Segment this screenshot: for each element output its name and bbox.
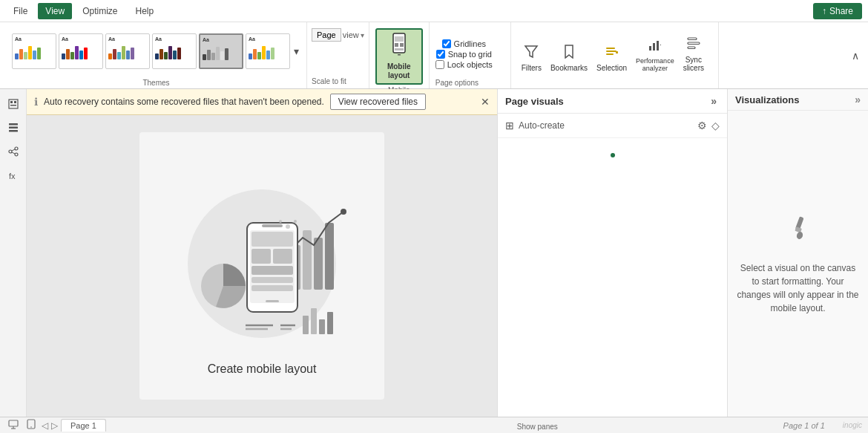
page-options-label: Page options — [435, 77, 479, 87]
filter-icon[interactable]: ⚙ — [697, 120, 707, 131]
sidebar-icon-dax[interactable]: fx — [3, 165, 24, 186]
svg-rect-43 — [251, 266, 293, 275]
svg-rect-35 — [325, 223, 334, 290]
page-visual-dot — [611, 153, 615, 157]
svg-rect-49 — [311, 308, 317, 334]
filters-icon — [524, 44, 539, 62]
svg-rect-20 — [14, 101, 16, 103]
clear-icon[interactable]: ◇ — [711, 120, 720, 131]
auto-create-row: ⊞ Auto-create ⚙ ◇ — [498, 114, 727, 138]
show-panes-group: Filters Bookmarks Selection — [511, 22, 719, 88]
svg-marker-6 — [525, 46, 537, 57]
page-1-tab[interactable]: Page 1 — [61, 419, 106, 432]
tab-help[interactable]: Help — [128, 3, 161, 19]
page-view-btn[interactable]: Page — [312, 28, 341, 42]
page-visuals-expand-button[interactable]: » — [708, 94, 720, 108]
auto-create-label[interactable]: Auto-create — [519, 120, 565, 131]
svg-rect-34 — [314, 238, 323, 290]
selection-icon — [605, 44, 619, 62]
paint-brush-icon — [783, 213, 813, 254]
svg-rect-3 — [400, 43, 404, 47]
sync-slicers-button[interactable]: Syncslicers — [679, 33, 708, 75]
svg-point-53 — [294, 220, 297, 223]
performance-analyzer-button[interactable]: Performanceanalyzer — [631, 34, 679, 75]
themes-group: Aa Aa — [6, 22, 307, 88]
ribbon: Aa Aa — [0, 22, 868, 89]
filters-button[interactable]: Filters — [517, 41, 546, 75]
snap-to-grid-checkbox[interactable] — [436, 50, 445, 59]
svg-rect-8 — [606, 51, 617, 52]
themes-dropdown-button[interactable]: ▾ — [292, 44, 300, 59]
visualizations-title: Visualizations — [735, 94, 799, 105]
theme-4[interactable]: Aa — [152, 33, 197, 69]
svg-rect-15 — [688, 38, 697, 40]
gridlines-option[interactable]: Gridlines — [442, 39, 486, 48]
svg-rect-13 — [657, 41, 659, 51]
sidebar-icon-report[interactable] — [3, 94, 24, 114]
tab-optimize[interactable]: Optimize — [75, 3, 125, 19]
selection-button[interactable]: Selection — [592, 41, 631, 75]
bookmarks-button[interactable]: Bookmarks — [546, 41, 592, 75]
sync-slicers-icon — [686, 36, 701, 54]
svg-rect-24 — [9, 130, 18, 132]
theme-6[interactable]: Aa — [246, 33, 290, 69]
sidebar-icon-data[interactable] — [3, 117, 24, 138]
canvas-content: Create mobile layout — [139, 115, 384, 417]
svg-rect-17 — [688, 47, 695, 49]
page-nav-prev[interactable]: ◁ — [42, 420, 48, 431]
visualizations-expand-button[interactable]: » — [855, 94, 861, 105]
share-button[interactable]: ↑ Share — [813, 3, 862, 19]
themes-row: Aa Aa — [12, 25, 300, 77]
auto-create-icon: ⊞ — [505, 120, 514, 131]
theme-1[interactable]: Aa — [12, 33, 56, 69]
page-nav-next[interactable]: ▷ — [51, 420, 58, 431]
svg-rect-9 — [606, 53, 614, 55]
svg-point-26 — [15, 147, 18, 150]
page-view-control[interactable]: Page view ▾ — [312, 28, 364, 42]
bookmarks-icon — [562, 44, 576, 62]
svg-rect-62 — [9, 420, 18, 426]
tablet-view-button[interactable] — [24, 418, 39, 432]
sidebar-left: fx — [0, 89, 27, 417]
snap-to-grid-option[interactable]: Snap to grid — [436, 50, 492, 59]
brand-label: inogic — [843, 421, 862, 429]
svg-rect-11 — [649, 46, 651, 51]
themes-label: Themes — [142, 77, 169, 87]
ribbon-collapse-button[interactable]: ∧ — [852, 22, 862, 88]
svg-rect-42 — [273, 249, 292, 264]
theme-5[interactable]: Aa — [199, 33, 243, 69]
svg-rect-41 — [251, 249, 271, 264]
page-options-group: Gridlines Snap to grid Lock objects Page… — [430, 22, 511, 88]
canvas-area: ℹ Auto recovery contains some recovered … — [27, 89, 497, 417]
svg-rect-51 — [327, 312, 333, 334]
sidebar-icon-model[interactable] — [3, 141, 24, 162]
desktop-view-button[interactable] — [6, 418, 21, 432]
theme-3[interactable]: Aa — [105, 33, 150, 69]
tab-file[interactable]: File — [6, 3, 35, 19]
svg-point-52 — [286, 224, 290, 229]
svg-rect-22 — [9, 123, 18, 126]
mobile-preview: Create mobile layout — [139, 132, 384, 400]
mobile-layout-illustration — [165, 156, 358, 357]
view-recovered-files-button[interactable]: View recovered files — [330, 94, 426, 110]
page-view-dropdown-icon[interactable]: ▾ — [361, 31, 364, 39]
visualizations-panel: Visualizations » Select a visual on the … — [727, 89, 868, 417]
mobile-layout-button[interactable]: Mobilelayout — [375, 28, 423, 85]
theme-2[interactable]: Aa — [59, 33, 103, 69]
scale-to-fit-label: Scale to fit — [312, 76, 346, 85]
svg-rect-14 — [660, 45, 661, 45]
lock-objects-checkbox[interactable] — [435, 60, 444, 69]
status-bar-right: Page 1 of 1 inogic — [783, 421, 862, 430]
page-status: Page 1 of 1 — [783, 421, 825, 430]
svg-rect-44 — [251, 277, 293, 283]
tab-view[interactable]: View — [38, 3, 72, 19]
mobile-layout-label: Mobilelayout — [387, 62, 411, 80]
lock-objects-option[interactable]: Lock objects — [435, 60, 493, 69]
svg-point-27 — [15, 153, 18, 156]
bottom-bar: ◁ ▷ Page 1 Page 1 of 1 inogic — [0, 417, 868, 433]
svg-rect-23 — [9, 127, 18, 129]
recovery-close-button[interactable]: ✕ — [481, 96, 490, 108]
gridlines-checkbox[interactable] — [442, 39, 451, 48]
info-icon: ℹ — [34, 96, 38, 108]
svg-point-66 — [30, 426, 32, 428]
